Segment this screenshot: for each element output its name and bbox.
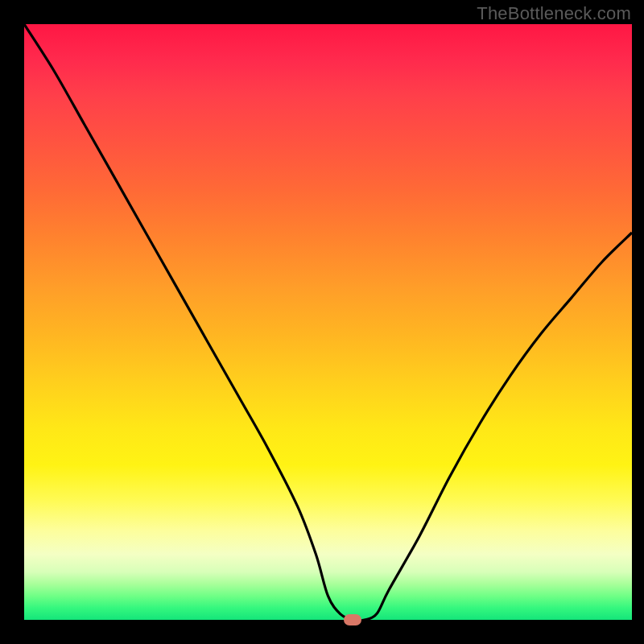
plot-area xyxy=(24,24,632,620)
watermark-text: TheBottleneck.com xyxy=(477,3,631,24)
optimal-marker xyxy=(344,614,361,625)
chart-frame: TheBottleneck.com xyxy=(0,0,644,644)
bottleneck-curve xyxy=(24,24,632,620)
